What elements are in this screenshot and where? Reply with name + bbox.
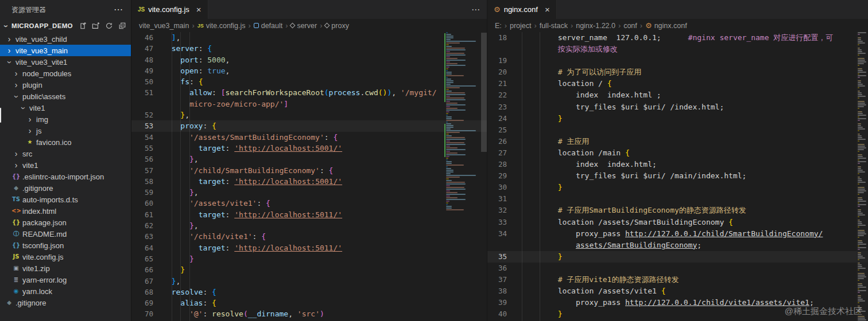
line-number[interactable]: 24 bbox=[487, 113, 514, 124]
code-line-19[interactable]: 19 bbox=[487, 55, 868, 66]
line-number[interactable]: 68 bbox=[131, 287, 162, 297]
code-line-55[interactable]: 55 target: 'http://localhost:5001/' bbox=[131, 143, 487, 154]
tree-file-gitignore[interactable]: ◆.gitignore bbox=[0, 182, 131, 194]
tree-file-favicon-ico[interactable]: ★favicon.ico bbox=[0, 136, 131, 148]
line-number[interactable]: 20 bbox=[487, 66, 514, 78]
code-line-53[interactable]: 53 proxy: { bbox=[131, 120, 487, 131]
line-number[interactable]: 31 bbox=[487, 193, 514, 205]
line-number[interactable]: 48 bbox=[131, 54, 162, 65]
line-number[interactable] bbox=[487, 240, 514, 251]
minimap[interactable] bbox=[444, 32, 481, 321]
code-line-57[interactable]: 57 '/child/SmartBuildingEconomy': { bbox=[131, 165, 487, 176]
scrollbar-slider[interactable] bbox=[481, 33, 487, 152]
code-line-35[interactable]: 35 } bbox=[487, 251, 868, 263]
refresh-icon[interactable] bbox=[105, 22, 113, 30]
code-line-63[interactable]: 63 '/child/vite1': { bbox=[131, 231, 487, 242]
code-line-37[interactable]: 37 # 子应用vite1的静态资源路径转发 bbox=[487, 274, 868, 285]
tree-file-vite-config-js[interactable]: JSvite.config.js bbox=[0, 251, 131, 263]
line-number[interactable]: 67 bbox=[131, 276, 162, 287]
line-number[interactable]: 46 bbox=[131, 32, 162, 43]
line-number[interactable]: 37 bbox=[487, 274, 514, 285]
line-number[interactable] bbox=[487, 44, 514, 55]
code-line-wrap[interactable]: micro-zoe/micro-app/'] bbox=[131, 99, 487, 109]
code-line-38[interactable]: 38 location /assets/vite1 { bbox=[487, 285, 868, 297]
line-number[interactable]: 58 bbox=[131, 176, 162, 187]
tree-folder-plugin[interactable]: ›plugin bbox=[0, 79, 131, 91]
line-number[interactable]: 27 bbox=[487, 147, 514, 159]
code-line-25[interactable]: 25 bbox=[487, 124, 868, 136]
code-line-46[interactable]: 46 ], bbox=[131, 32, 487, 43]
tree-folder-vite-vue3-child[interactable]: ›vite_vue3_child bbox=[0, 33, 131, 45]
line-number[interactable]: 56 bbox=[131, 154, 162, 165]
line-number[interactable]: 52 bbox=[131, 109, 162, 120]
line-number[interactable]: 18 bbox=[487, 32, 514, 44]
code-line-18[interactable]: 18 server_name 127.0.0.1; #nginx server_… bbox=[487, 32, 868, 44]
code-line-48[interactable]: 48 port: 5000, bbox=[131, 54, 487, 65]
breadcrumb-item-vite-config-js[interactable]: JSvite.config.js bbox=[197, 22, 246, 30]
code-line-29[interactable]: 29 try_files $uri $uri/ /main/index.html… bbox=[487, 170, 868, 182]
code-line-64[interactable]: 64 target: 'http://localhost:5011/' bbox=[131, 242, 487, 253]
line-number[interactable]: 54 bbox=[131, 132, 162, 143]
code-line-36[interactable]: 36 bbox=[487, 263, 868, 274]
tree-file-yarn-error-log[interactable]: ≣yarn-error.log bbox=[0, 274, 131, 285]
code-line-70[interactable]: 70 '@': resolve(__dirname, 'src') bbox=[131, 308, 487, 319]
explorer-more-actions-icon[interactable]: ⋯ bbox=[114, 5, 123, 14]
tree-folder-src[interactable]: ›src bbox=[0, 148, 131, 159]
code-line-24[interactable]: 24 } bbox=[487, 113, 868, 124]
new-file-icon[interactable] bbox=[79, 22, 87, 30]
new-folder-icon[interactable] bbox=[92, 22, 100, 30]
breadcrumb-item-nginx-conf[interactable]: ⚙nginx.conf bbox=[645, 22, 687, 30]
overview-ruler[interactable] bbox=[857, 32, 868, 321]
tree-file-readme-md[interactable]: ⓘREADME.md bbox=[0, 228, 131, 240]
breadcrumb-item-default[interactable]: default bbox=[254, 22, 283, 30]
line-number[interactable]: 59 bbox=[131, 187, 162, 198]
code-line-60[interactable]: 60 '/assets/vite1': { bbox=[131, 198, 487, 209]
code-line-56[interactable]: 56 }, bbox=[131, 154, 487, 165]
code-line-59[interactable]: 59 }, bbox=[131, 187, 487, 198]
tree-folder-vite1[interactable]: ›vite1 bbox=[0, 159, 131, 171]
code-line-51[interactable]: 51 allow: [searchForWorkspaceRoot(proces… bbox=[131, 87, 487, 98]
line-number[interactable]: 32 bbox=[487, 205, 514, 216]
line-number[interactable]: 63 bbox=[131, 231, 162, 242]
line-number[interactable]: 40 bbox=[487, 308, 514, 320]
breadcrumb-item-conf[interactable]: conf bbox=[623, 22, 637, 30]
tab-nginx-conf[interactable]: ⚙ nginx.conf × bbox=[487, 0, 557, 19]
code-line-61[interactable]: 61 target: 'http://localhost:5011/' bbox=[131, 209, 487, 220]
line-number[interactable]: 21 bbox=[487, 78, 514, 89]
line-number[interactable]: 64 bbox=[131, 242, 162, 253]
tree-folder-vite1[interactable]: ›vite1 bbox=[0, 102, 131, 113]
line-number[interactable]: 23 bbox=[487, 101, 514, 113]
line-number[interactable]: 35 bbox=[487, 251, 514, 263]
code-line-26[interactable]: 26 # 主应用 bbox=[487, 136, 868, 147]
close-icon[interactable]: × bbox=[545, 5, 550, 14]
code-line-21[interactable]: 21 location / { bbox=[487, 78, 868, 89]
code-line-40[interactable]: 40 } bbox=[487, 308, 868, 320]
code-line-67[interactable]: 67 }, bbox=[131, 276, 487, 287]
breadcrumb-item-e[interactable]: E: bbox=[495, 22, 502, 30]
line-number[interactable]: 50 bbox=[131, 76, 162, 87]
code-line-49[interactable]: 49 open: true, bbox=[131, 65, 487, 76]
code-line-68[interactable]: 68 resolve: { bbox=[131, 287, 487, 297]
line-number[interactable]: 34 bbox=[487, 228, 514, 240]
tree-folder-vite-vue3-main[interactable]: ›vite_vue3_main bbox=[0, 45, 131, 56]
editor-more-actions-icon[interactable]: ⋯ bbox=[471, 5, 480, 15]
line-number[interactable]: 65 bbox=[131, 253, 162, 264]
code-line-32[interactable]: 32 # 子应用SmartBuildingEconomy的静态资源路径转发 bbox=[487, 205, 868, 216]
code-editor-nginx-conf[interactable]: 18 server_name 127.0.0.1; #nginx server_… bbox=[487, 32, 868, 321]
code-line-23[interactable]: 23 try_files $uri $uri/ /index.html; bbox=[487, 101, 868, 113]
line-number[interactable]: 22 bbox=[487, 89, 514, 101]
code-line-27[interactable]: 27 location /main { bbox=[487, 147, 868, 159]
tree-folder-vite-vue3-vite1[interactable]: ›vite_vue3_vite1 bbox=[0, 56, 131, 68]
code-line-62[interactable]: 62 }, bbox=[131, 220, 487, 231]
code-editor-vite-config[interactable]: 46 ],47 server: {48 port: 5000,49 open: … bbox=[131, 32, 487, 321]
line-number[interactable]: 29 bbox=[487, 170, 514, 182]
tree-folder-img[interactable]: ›img bbox=[0, 113, 131, 125]
line-number[interactable]: 55 bbox=[131, 143, 162, 154]
line-number[interactable]: 38 bbox=[487, 285, 514, 297]
line-number[interactable]: 51 bbox=[131, 87, 162, 98]
code-line-33[interactable]: 33 location /assets/SmartBuildingEconomy… bbox=[487, 217, 868, 228]
line-number[interactable]: 62 bbox=[131, 220, 162, 231]
tree-folder-node-modules[interactable]: ›node_modules bbox=[0, 68, 131, 79]
line-number[interactable]: 53 bbox=[131, 120, 162, 131]
tree-file-auto-imports-d-ts[interactable]: TSauto-imports.d.ts bbox=[0, 194, 131, 205]
